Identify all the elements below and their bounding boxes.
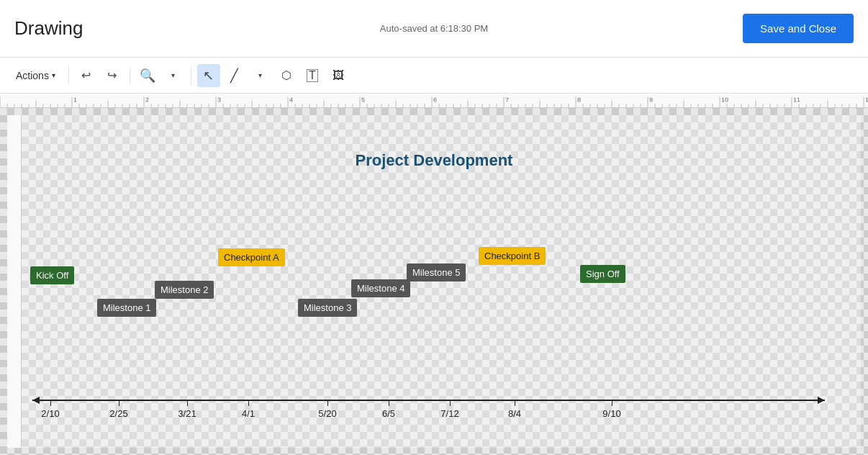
checkpoint-a: Checkpoint A [218, 248, 285, 266]
tick-5 [327, 400, 328, 406]
tick-9 [612, 400, 612, 406]
horizontal-ruler [0, 94, 868, 108]
line-dropdown-button[interactable]: ▾ [249, 64, 272, 87]
drawing-area[interactable]: Project Development 2/10 2/25 3/21 4/1 5… [0, 108, 868, 455]
undo-button[interactable]: ↩ [75, 64, 98, 87]
milestone-kickoff: Kick Off [30, 266, 74, 284]
tick-8 [515, 400, 515, 406]
redo-button[interactable]: ↪ [101, 64, 124, 87]
tick-7 [450, 400, 451, 406]
text-box-icon: T [307, 69, 318, 82]
date-label-7: 7/12 [440, 408, 458, 419]
select-tool-button[interactable]: ↖ [197, 64, 220, 87]
autosave-status: Auto-saved at 6:18:30 PM [380, 23, 488, 34]
date-label-3: 3/21 [178, 408, 196, 419]
page-title: Drawing [14, 17, 83, 40]
shape-tool-button[interactable]: ⬡ [275, 64, 298, 87]
tick-4 [248, 400, 249, 406]
tick-3 [187, 400, 188, 406]
shape-icon: ⬡ [281, 68, 291, 82]
actions-chevron-icon: ▾ [52, 71, 55, 79]
date-label-4: 4/1 [242, 408, 255, 419]
date-label-5: 5/20 [318, 408, 336, 419]
milestone-4: Milestone 4 [351, 279, 410, 297]
select-icon: ↖ [203, 68, 214, 84]
image-icon: 🖼 [333, 69, 344, 82]
undo-icon: ↩ [81, 68, 91, 82]
tick-1 [50, 400, 51, 406]
diagram-title: Project Development [356, 151, 513, 170]
zoom-chevron-icon: ▾ [171, 71, 175, 79]
date-label-2: 2/25 [109, 408, 127, 419]
vertical-ruler [7, 115, 22, 448]
timeline-arrow [32, 400, 825, 401]
zoom-dropdown-button[interactable]: ▾ [162, 64, 185, 87]
app-header: Drawing Auto-saved at 6:18:30 PM Save an… [0, 0, 868, 58]
actions-label: Actions [16, 70, 49, 81]
date-label-8: 8/4 [508, 408, 521, 419]
milestone-3: Milestone 3 [298, 299, 357, 317]
redo-icon: ↪ [107, 68, 117, 82]
image-tool-button[interactable]: 🖼 [327, 64, 350, 87]
save-close-button[interactable]: Save and Close [743, 14, 854, 43]
zoom-button[interactable]: 🔍 [136, 64, 159, 87]
milestone-signoff: Sign Off [580, 265, 625, 283]
text-tool-button[interactable]: T [301, 64, 324, 87]
checkpoint-b: Checkpoint B [479, 247, 546, 265]
toolbar: Actions ▾ ↩ ↪ 🔍 ▾ ↖ ╱ ▾ ⬡ T 🖼 [0, 58, 868, 94]
milestone-2: Milestone 2 [155, 281, 214, 299]
date-label-1: 2/10 [41, 408, 59, 419]
separator-3 [191, 67, 191, 84]
separator-2 [130, 67, 130, 84]
line-tool-button[interactable]: ╱ [223, 64, 246, 87]
separator-1 [68, 67, 69, 84]
line-chevron-icon: ▾ [258, 71, 262, 79]
milestone-5: Milestone 5 [407, 263, 466, 281]
date-label-6: 6/5 [382, 408, 395, 419]
line-icon: ╱ [230, 68, 238, 84]
zoom-icon: 🔍 [140, 68, 155, 84]
date-label-9: 9/10 [602, 408, 620, 419]
actions-menu-button[interactable]: Actions ▾ [9, 66, 63, 86]
tick-6 [389, 400, 389, 406]
ruler-canvas [0, 94, 868, 107]
milestone-1: Milestone 1 [97, 299, 156, 317]
tick-2 [119, 400, 119, 406]
